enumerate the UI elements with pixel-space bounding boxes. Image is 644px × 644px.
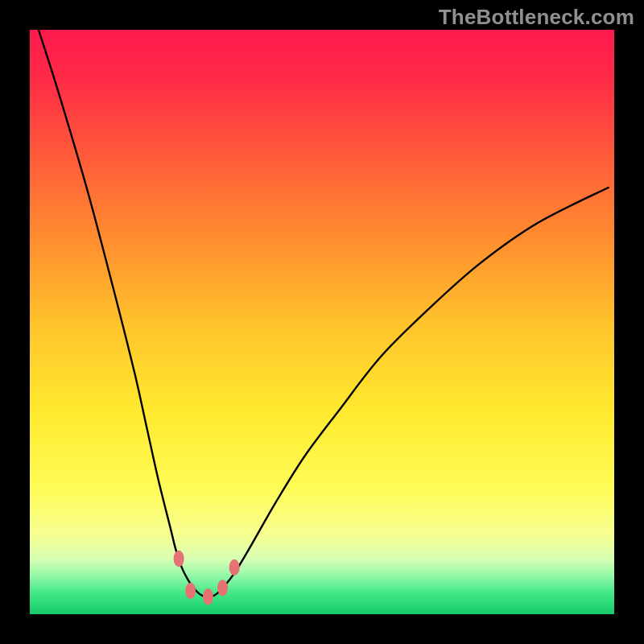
plot-svg xyxy=(30,30,614,614)
curve-marker xyxy=(229,559,240,576)
curve-marker xyxy=(217,580,228,596)
curve-marker xyxy=(203,588,213,605)
plot-area xyxy=(30,30,614,614)
chart-frame: TheBottleneck.com xyxy=(0,0,644,644)
curve-marker xyxy=(174,551,184,567)
gradient-background xyxy=(30,30,614,614)
curve-marker xyxy=(185,583,196,599)
watermark-text: TheBottleneck.com xyxy=(439,5,634,30)
